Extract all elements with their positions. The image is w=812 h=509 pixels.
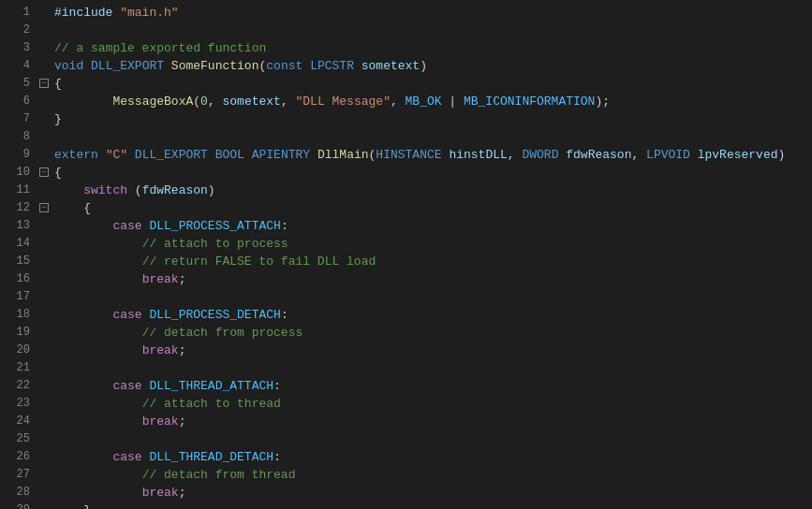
token-11-3: ): [208, 182, 215, 199]
code-line-24: break;: [54, 413, 812, 430]
line-number-12: 12: [7, 199, 30, 217]
code-line-12: {: [54, 199, 812, 217]
line-number-25: 25: [7, 430, 30, 448]
indent-18: [54, 306, 112, 324]
indent-26: [54, 448, 112, 466]
token-24-1: ;: [179, 413, 186, 430]
line-number-22: 22: [7, 377, 30, 395]
token-9-15: ,: [508, 146, 523, 164]
fold-gutter-row-1: [37, 4, 51, 22]
token-9-22: lpvReserved: [698, 146, 778, 164]
line-number-2: 2: [7, 22, 30, 39]
indent-13: [54, 217, 112, 235]
fold-icon-5[interactable]: −: [39, 79, 49, 88]
fold-gutter-row-15: [37, 253, 51, 270]
token-13-0: case: [112, 217, 141, 235]
code-line-10: {: [54, 164, 812, 182]
token-24-0: break: [142, 413, 179, 430]
token-15-0: // return FALSE to fail DLL load: [142, 253, 376, 270]
line-number-28: 28: [7, 484, 30, 502]
code-line-26: case DLL_THREAD_DETACH:: [54, 448, 812, 466]
code-line-13: case DLL_PROCESS_ATTACH:: [54, 217, 812, 235]
token-13-1: [142, 217, 150, 235]
code-line-6: MessageBoxA(0, sometext, "DLL Message", …: [54, 93, 812, 110]
code-line-19: // detach from process: [54, 324, 812, 342]
code-line-27: // detach from thread: [54, 466, 812, 484]
token-4-11: ): [420, 57, 427, 75]
token-6-2: 0: [200, 93, 208, 110]
token-4-2: DLL_EXPORT: [91, 57, 164, 75]
fold-gutter: −−−: [37, 4, 51, 509]
line-number-20: 20: [7, 342, 30, 359]
code-line-18: case DLL_PROCESS_DETACH:: [54, 306, 812, 324]
code-line-23: // attach to thread: [54, 395, 812, 413]
indent-29: [54, 502, 83, 509]
code-line-28: break;: [54, 484, 812, 502]
token-6-10: MB_ICONINFORMATION: [464, 93, 595, 110]
token-4-7: [303, 57, 310, 75]
line-number-5: 5: [7, 75, 30, 93]
line-number-16: 16: [7, 270, 30, 288]
fold-gutter-row-23: [37, 395, 51, 413]
token-4-0: void: [54, 57, 83, 75]
code-line-21: [54, 359, 812, 377]
line-number-29: 29: [7, 502, 30, 509]
token-9-19: ,: [631, 146, 646, 164]
token-4-8: LPCSTR: [310, 57, 354, 75]
token-6-3: ,: [208, 93, 223, 110]
token-13-2: DLL_PROCESS_ATTACH: [149, 217, 280, 235]
code-line-14: // attach to process: [54, 235, 812, 253]
line-number-26: 26: [7, 448, 30, 466]
token-18-0: case: [112, 306, 141, 324]
code-line-3: // a sample exported function: [54, 39, 812, 57]
fold-icon-10[interactable]: −: [39, 167, 49, 177]
fold-gutter-row-13: [37, 217, 51, 235]
fold-gutter-row-3: [37, 39, 51, 57]
indent-27: [54, 466, 142, 484]
code-line-20: break;: [54, 342, 812, 359]
token-22-1: [142, 377, 150, 395]
fold-gutter-row-14: [37, 235, 51, 253]
fold-gutter-row-28: [37, 484, 51, 502]
token-4-9: [354, 57, 362, 75]
token-9-5: [208, 146, 215, 164]
token-6-11: );: [595, 93, 610, 110]
token-1-1: "main.h": [120, 4, 178, 22]
indent-19: [54, 324, 142, 342]
token-4-1: [83, 57, 91, 75]
fold-gutter-row-27: [37, 466, 51, 484]
token-11-1: (: [127, 182, 142, 199]
token-18-1: [142, 306, 150, 324]
fold-gutter-row-29: [37, 502, 51, 509]
line-number-7: 7: [7, 110, 30, 128]
code-line-11: switch (fdwReason): [54, 182, 812, 199]
code-line-4: void DLL_EXPORT SomeFunction(const LPCST…: [54, 57, 812, 75]
code-line-22: case DLL_THREAD_ATTACH:: [54, 377, 812, 395]
token-9-20: LPVOID: [646, 146, 690, 164]
code-line-17: [54, 288, 812, 306]
token-27-0: // detach from thread: [142, 466, 296, 484]
line-number-13: 13: [7, 217, 30, 235]
code-line-8: [54, 128, 812, 146]
token-6-1: (: [193, 93, 200, 110]
token-9-12: HINSTANCE: [376, 146, 441, 164]
token-9-14: hinstDLL: [449, 146, 507, 164]
token-23-0: // attach to thread: [142, 395, 281, 413]
line-number-19: 19: [7, 324, 30, 342]
line-number-23: 23: [7, 395, 30, 413]
fold-icon-12[interactable]: −: [39, 203, 49, 212]
token-26-1: [142, 448, 150, 466]
token-9-18: fdwReason: [566, 146, 631, 164]
code-line-25: [54, 430, 812, 448]
line-number-6: 6: [7, 93, 30, 110]
token-6-4: sometext: [222, 93, 280, 110]
token-6-6: "DLL Message": [296, 93, 391, 110]
fold-gutter-row-2: [37, 22, 51, 39]
line-number-10: 10: [7, 164, 30, 182]
token-6-5: ,: [281, 93, 296, 110]
token-13-3: :: [281, 217, 288, 235]
token-10-0: {: [54, 164, 62, 182]
line-number-18: 18: [7, 306, 30, 324]
indent-15: [54, 253, 142, 270]
indent-28: [54, 484, 142, 502]
